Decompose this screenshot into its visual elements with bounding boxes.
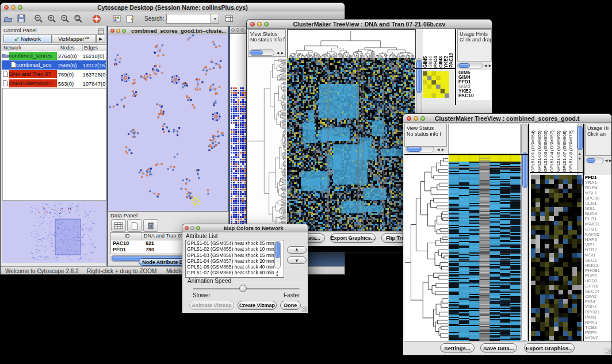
search-input[interactable] <box>166 14 211 24</box>
network-row-combined-scores[interactable]: combined_scores 2764(0) 16218(0) <box>2 51 106 60</box>
new-attribute-icon[interactable] <box>127 219 142 232</box>
column-label[interactable]: GPL51-01 (GSM854) <box>530 131 536 172</box>
search-dropdown-button[interactable]: ▼ <box>211 14 219 24</box>
zoom-button[interactable] <box>18 5 22 10</box>
save-session-icon[interactable] <box>16 14 27 24</box>
gene-label[interactable]: KAP95 <box>585 232 612 237</box>
gene-label[interactable]: MSI1 <box>585 252 612 258</box>
gene-label[interactable]: YRA1 <box>585 180 612 185</box>
scrollbar-thumb[interactable] <box>587 158 595 163</box>
zoom-selected-icon[interactable] <box>59 14 71 24</box>
minimize-button[interactable] <box>116 29 120 33</box>
gene-label[interactable]: FIG4 <box>585 299 612 304</box>
expression-heatmap-canvas[interactable] <box>287 58 415 231</box>
column-label[interactable]: GPL51-07 (GSM868) <box>561 131 568 172</box>
gene-label[interactable]: VIP1 <box>585 242 612 247</box>
attribute-browser-icon[interactable] <box>224 14 235 24</box>
gene-label[interactable]: RPO21 <box>585 309 612 315</box>
zoom-button[interactable] <box>240 28 244 32</box>
column-label[interactable]: GPL51-06 (GSM865) <box>555 131 561 172</box>
attribute-list[interactable]: GPL51-01 (GSM854) heat shock 05 minGPL51… <box>185 240 284 278</box>
scroll-down-arrow[interactable]: ▼ <box>577 156 582 161</box>
zoom-out-icon[interactable] <box>33 14 44 24</box>
heatmap-vscrollbar[interactable] <box>521 124 528 341</box>
gene-label[interactable]: HMG1 <box>585 263 612 268</box>
column-label[interactable]: GPL51-03 (GSM856) <box>542 131 549 172</box>
gene-label[interactable]: NTR2 <box>585 247 612 252</box>
animate-vizmap-button[interactable]: Animate Vizmap <box>189 301 234 310</box>
gene-label[interactable]: CPA2 <box>585 294 612 299</box>
settings-button[interactable]: Settings... <box>440 343 475 352</box>
gene-label[interactable]: PFD1 <box>585 175 612 180</box>
attribute-item[interactable]: GPL51-02 (GSM855) heat shock 10 min <box>186 246 284 252</box>
network-view-canvas[interactable] <box>108 35 228 211</box>
row-dendrogram-canvas[interactable] <box>248 58 286 231</box>
gene-label[interactable]: HAP3 <box>585 237 612 242</box>
scroll-right-arrow[interactable]: ▶ <box>488 63 492 68</box>
network-row-dna[interactable]: DNA and Tran 07 769(0) 183728(0) <box>2 70 106 79</box>
gene-label[interactable]: TCB3 <box>585 325 612 330</box>
correlation-matrix-canvas[interactable] <box>423 71 449 98</box>
scroll-right-arrow[interactable]: ▶ <box>280 51 285 55</box>
gene-label[interactable]: SEC24 <box>585 289 612 294</box>
minimize-button[interactable] <box>257 22 262 26</box>
delete-attribute-icon[interactable] <box>143 219 158 232</box>
tab-overflow-button[interactable]: ▶ <box>96 35 105 43</box>
zoom-in-icon[interactable] <box>46 14 58 24</box>
scroll-up-arrow[interactable]: ▲ <box>577 151 582 156</box>
scrollbar-thumb[interactable] <box>407 147 422 152</box>
zoom-button[interactable] <box>264 22 269 26</box>
view-status-scrollbar[interactable] <box>249 49 274 56</box>
column-dendrogram-canvas[interactable] <box>287 29 416 59</box>
close-button[interactable] <box>110 29 114 33</box>
column-label[interactable]: GPL51-08 (GSM872) <box>568 131 574 172</box>
scroll-down-arrow[interactable]: ▼ <box>275 273 280 278</box>
column-label[interactable]: GPL51-04 (GSM857) <box>549 131 555 172</box>
view-status-scrollbar[interactable] <box>406 146 434 152</box>
scrollbar-thumb[interactable] <box>522 152 527 188</box>
gene-label[interactable]: PAC10 <box>458 93 491 98</box>
zoom-fit-icon[interactable] <box>72 14 84 24</box>
col-id[interactable]: ID <box>111 233 142 240</box>
gene-label[interactable]: PHO81 <box>585 268 612 273</box>
animation-speed-slider-thumb[interactable] <box>239 285 247 292</box>
tab-vizmapper[interactable]: VizMapper™ <box>52 35 96 43</box>
column-label[interactable]: PAC10 <box>449 53 454 68</box>
save-data-button[interactable]: Save Data... <box>480 343 517 352</box>
attribute-item[interactable]: GPL51-04 (GSM857) heat shock 20 min <box>186 258 284 264</box>
scroll-left-arrow[interactable]: ◀ <box>276 51 280 55</box>
attribute-list-vscrollbar[interactable] <box>274 241 281 269</box>
gene-label[interactable]: PEP5 <box>585 330 612 335</box>
gene-label[interactable]: HRD3 <box>585 278 612 283</box>
vizmapper-icon[interactable] <box>112 14 123 24</box>
zoom-button[interactable] <box>420 116 425 121</box>
create-vizmap-button[interactable]: Create Vizmap <box>238 301 277 310</box>
gene-label[interactable]: MAK31 <box>585 221 612 227</box>
network-view-titlebar[interactable]: combined_scores_good.txt--cluste... <box>108 26 228 35</box>
resize-grip[interactable] <box>605 348 611 354</box>
scrollbar-thumb[interactable] <box>577 126 583 150</box>
minimize-button[interactable] <box>414 116 418 121</box>
expression-heatmap-canvas[interactable] <box>449 155 521 341</box>
close-button[interactable] <box>185 226 189 230</box>
annotation-icon[interactable] <box>125 14 136 24</box>
minimize-button[interactable] <box>190 226 194 230</box>
treeview-dna-titlebar[interactable]: ClusterMaker TreeView : DNA and Tran 07-… <box>247 20 492 29</box>
move-up-button[interactable]: ∧ <box>287 246 307 254</box>
row-dendrogram-canvas[interactable] <box>404 155 448 341</box>
move-down-button[interactable]: ∨ <box>287 256 307 264</box>
network-row-rna[interactable]: RNAPuberNov2+I 563(0) 107847(0) <box>2 79 106 88</box>
usage-hints-scrollbar[interactable] <box>457 63 483 68</box>
attribute-item[interactable]: GPL51-06 (GSM865) heat shock 40 min <box>186 264 284 270</box>
zoom-button[interactable] <box>196 226 200 230</box>
help-lifering-icon[interactable] <box>91 14 102 24</box>
gene-label[interactable]: PUF3 <box>585 273 612 278</box>
scroll-left-arrow[interactable]: ◀ <box>436 147 441 152</box>
scrollbar-thumb[interactable] <box>416 60 422 93</box>
scroll-left-arrow[interactable]: ◀ <box>483 63 488 68</box>
dialog-titlebar[interactable]: Map Colors to Network <box>182 224 308 232</box>
scrollbar-thumb[interactable] <box>250 50 263 55</box>
column-label[interactable]: GPL51-02 (GSM855) <box>536 131 542 172</box>
zoom-button[interactable] <box>122 29 126 33</box>
close-button[interactable] <box>4 5 9 10</box>
